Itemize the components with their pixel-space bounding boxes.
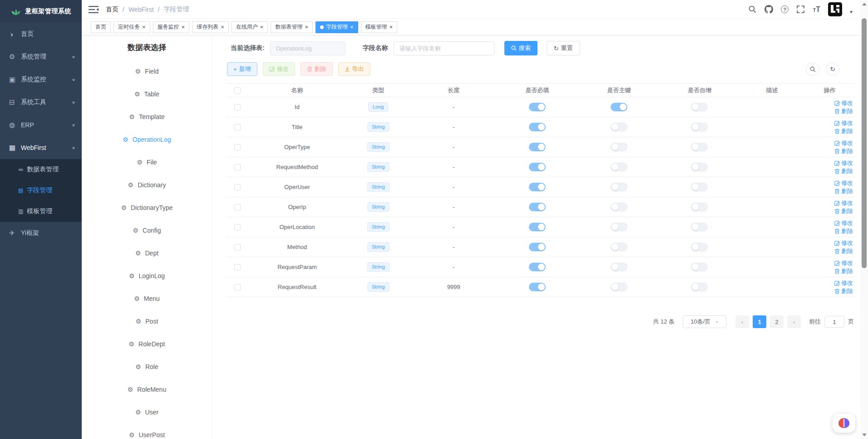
row-edit-link[interactable]: 修改 [834,259,853,267]
primary-key-switch[interactable] [611,283,627,291]
view-tab[interactable]: 缓存列表 × [192,21,229,33]
sidebar-subitem[interactable]: ▥ 模板管理 [0,201,82,222]
row-edit-link[interactable]: 修改 [834,219,853,227]
row-edit-link[interactable]: 修改 [834,139,853,147]
tree-item[interactable]: ⚙ LoginLog [129,264,165,287]
auto-increment-switch[interactable] [691,163,708,171]
breadcrumb-webfirst[interactable]: WebFirst [128,6,154,13]
tree-item[interactable]: ⚙ DictionaryType [121,196,173,219]
auto-increment-switch[interactable] [691,203,708,211]
sidebar-item[interactable]: ◍ ERP ∨ [0,114,82,136]
tree-item[interactable]: ⚙ UserPost [129,424,165,439]
scroll-up-icon[interactable] [862,3,867,5]
view-tab[interactable]: 首页 × [91,21,111,33]
row-delete-link[interactable]: 删除 [834,267,853,275]
required-switch[interactable] [529,183,546,191]
page-button-1[interactable]: 1 [753,315,766,328]
sidebar-subitem[interactable]: ▤ 字段管理 [0,180,82,201]
row-delete-link[interactable]: 删除 [834,247,853,255]
row-delete-link[interactable]: 删除 [834,287,853,295]
font-size-icon[interactable]: TT [813,6,820,13]
primary-key-switch[interactable] [611,163,627,171]
required-switch[interactable] [529,203,546,211]
required-switch[interactable] [529,243,546,251]
page-size-select[interactable]: 10条/页 ∨ [683,315,726,328]
search-icon[interactable] [748,5,757,14]
primary-key-switch[interactable] [611,183,627,191]
row-edit-link[interactable]: 修改 [834,239,853,247]
view-tab[interactable]: 定时任务 × [113,21,150,33]
row-edit-link[interactable]: 修改 [834,119,853,127]
row-delete-link[interactable]: 删除 [834,227,853,235]
window-scrollbar[interactable] [860,0,868,439]
delete-button[interactable]: 删除 [301,62,333,76]
edit-button[interactable]: 修改 [263,62,295,76]
sidebar-item[interactable]: ✈ Yi框架 [0,222,82,244]
tree-item[interactable]: ⚙ Post [136,310,158,333]
tree-item[interactable]: ⚙ Field [135,60,159,83]
view-tab[interactable]: 字段管理 × [316,21,358,33]
sidebar-item[interactable]: ⊟ 系统工具 ∨ [0,91,82,114]
required-switch[interactable] [529,163,546,171]
close-icon[interactable]: × [260,24,264,30]
github-icon[interactable] [764,5,773,14]
auto-increment-switch[interactable] [691,223,708,231]
sidebar-item[interactable]: ▦ WebFirst ∧ [0,136,82,159]
next-page-button[interactable]: › [787,315,801,328]
help-icon[interactable]: ? [781,5,789,13]
caret-down-icon[interactable]: ▾ [850,9,853,15]
assistant-float-button[interactable] [833,414,855,433]
export-button[interactable]: 导出 [338,62,370,76]
goto-page-input[interactable] [824,316,844,328]
reset-button[interactable]: ↻ 重置 [547,41,580,55]
page-button-2[interactable]: 2 [770,315,784,328]
row-checkbox[interactable] [234,204,241,210]
view-tab[interactable]: 数据表管理 × [271,21,313,33]
auto-increment-switch[interactable] [691,143,708,151]
view-tab[interactable]: 服务监控 × [153,21,190,33]
view-tab[interactable]: 模板管理 × [361,21,398,33]
tree-item[interactable]: ⚙ File [137,151,157,174]
tree-item[interactable]: ⚙ OperationLog [123,128,171,151]
required-switch[interactable] [529,263,546,271]
row-checkbox[interactable] [234,244,241,250]
row-delete-link[interactable]: 删除 [834,187,853,195]
row-checkbox[interactable] [234,104,241,110]
hamburger-icon[interactable] [89,5,99,14]
row-edit-link[interactable]: 修改 [834,99,853,107]
view-tab[interactable]: 在线用户 × [232,21,268,33]
column-search-icon[interactable] [806,62,819,76]
search-button[interactable]: 搜索 [504,41,538,55]
primary-key-switch[interactable] [611,263,627,271]
tree-item[interactable]: ⚙ RoleDept [129,333,165,355]
close-icon[interactable]: × [350,24,354,30]
tree-item[interactable]: ⚙ Dictionary [128,174,166,196]
primary-key-switch[interactable] [611,143,627,151]
tree-item[interactable]: ⚙ Template [129,105,164,128]
primary-key-switch[interactable] [611,103,627,111]
primary-key-switch[interactable] [611,123,627,131]
row-checkbox[interactable] [234,164,241,170]
add-button[interactable]: + 新增 [227,62,257,76]
close-icon[interactable]: × [182,24,185,30]
row-edit-link[interactable]: 修改 [834,159,853,167]
row-delete-link[interactable]: 删除 [834,127,853,135]
required-switch[interactable] [529,123,546,131]
refresh-icon[interactable]: ↻ [826,62,839,76]
row-checkbox[interactable] [234,224,241,230]
auto-increment-switch[interactable] [691,183,708,191]
tree-item[interactable]: ⚙ Menu [134,287,160,310]
field-name-input[interactable] [394,41,494,55]
select-all-checkbox[interactable] [234,87,241,94]
row-checkbox[interactable] [234,264,241,270]
tree-item[interactable]: ⚙ Dept [135,242,158,264]
user-avatar[interactable] [828,2,842,16]
close-icon[interactable]: × [390,24,393,30]
row-checkbox[interactable] [234,124,241,130]
row-delete-link[interactable]: 删除 [834,167,853,175]
sidebar-item[interactable]: ◑ 首页 [0,23,82,45]
auto-increment-switch[interactable] [691,123,708,131]
sidebar-item[interactable]: ⚙ 系统管理 ∨ [0,45,82,68]
row-delete-link[interactable]: 删除 [834,107,853,115]
tree-item[interactable]: ⚙ Table [134,83,159,105]
